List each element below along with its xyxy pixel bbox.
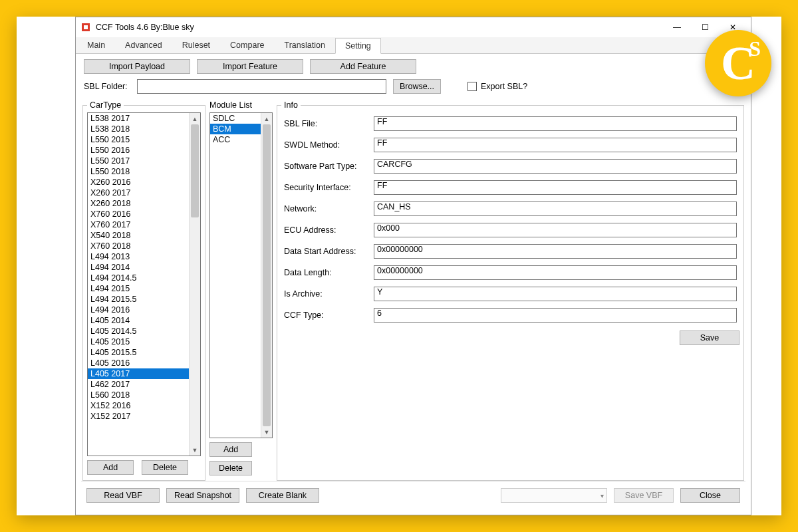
tab-translation[interactable]: Translation — [275, 37, 335, 53]
cartype-item[interactable]: L550 2017 — [88, 156, 189, 166]
info-label: Security Interface: — [284, 183, 374, 192]
export-sbl-checkbox[interactable]: Export SBL? — [467, 82, 527, 91]
cartype-item[interactable]: L405 2017 — [88, 368, 189, 379]
info-label: Is Archive: — [284, 289, 374, 299]
scroll-up-icon[interactable]: ▲ — [190, 113, 200, 124]
info-row: Security Interface:FF — [284, 180, 737, 195]
import-feature-button[interactable]: Import Feature — [197, 59, 303, 74]
cartype-add-button[interactable]: Add — [87, 460, 134, 475]
cartype-delete-button[interactable]: Delete — [142, 460, 188, 475]
info-save-button[interactable]: Save — [680, 331, 739, 345]
cartype-item[interactable]: X760 2018 — [88, 241, 189, 251]
cartype-item[interactable]: L405 2014 — [88, 315, 189, 326]
tabbar: Main Advanced Ruleset Compare Translatio… — [76, 37, 751, 54]
info-input[interactable]: FF — [374, 138, 737, 152]
info-input[interactable]: 6 — [374, 308, 737, 323]
cartype-item[interactable]: X152 2016 — [88, 400, 189, 411]
cartype-item[interactable]: L550 2018 — [88, 166, 189, 177]
tab-main[interactable]: Main — [77, 37, 115, 53]
cartype-scrollbar[interactable]: ▲ ▼ — [189, 113, 200, 456]
info-input[interactable]: Y — [374, 287, 737, 301]
minimize-button[interactable]: ― — [663, 19, 691, 36]
read-snapshot-button[interactable]: Read Snapshot — [166, 488, 239, 503]
scroll-thumb[interactable] — [191, 124, 199, 217]
module-delete-button[interactable]: Delete — [209, 461, 252, 475]
sbl-folder-label: SBL Folder: — [84, 82, 130, 91]
info-label: Data Start Address: — [284, 247, 374, 256]
cartype-item[interactable]: X540 2018 — [88, 230, 189, 241]
info-label: Data Length: — [284, 268, 374, 277]
tab-ruleset[interactable]: Ruleset — [172, 37, 220, 53]
module-item[interactable]: BCM — [210, 124, 261, 134]
chevron-down-icon: ▾ — [600, 492, 604, 499]
app-window: CCF Tools 4.6 By:Blue sky ― ☐ ✕ Main Adv… — [75, 17, 751, 515]
cartype-item[interactable]: X760 2016 — [88, 209, 189, 219]
cartype-item[interactable]: L494 2014 — [88, 262, 189, 273]
cartype-item[interactable]: L405 2014.5 — [88, 326, 189, 336]
cartype-item[interactable]: L560 2018 — [88, 390, 189, 400]
info-row: ECU Address:0x000 — [284, 223, 737, 237]
close-button[interactable]: Close — [680, 488, 740, 503]
cartype-item[interactable]: X260 2017 — [88, 188, 189, 198]
create-blank-button[interactable]: Create Blank — [246, 488, 319, 503]
tab-advanced[interactable]: Advanced — [115, 37, 172, 53]
info-row: Data Start Address:0x00000000 — [284, 244, 737, 259]
tab-compare[interactable]: Compare — [220, 37, 274, 53]
cartype-item[interactable]: L405 2015 — [88, 336, 189, 347]
module-scrollbar[interactable]: ▲ ▼ — [261, 113, 272, 438]
footer-combo[interactable]: ▾ — [501, 488, 607, 503]
info-row: Data Length:0x00000000 — [284, 265, 737, 280]
info-input[interactable]: 0x000 — [374, 223, 737, 237]
scroll-thumb[interactable] — [263, 124, 271, 426]
info-input[interactable]: CARCFG — [374, 159, 737, 174]
cartype-item[interactable]: L494 2013 — [88, 251, 189, 262]
sbl-folder-input[interactable] — [137, 79, 386, 94]
info-input[interactable]: FF — [374, 180, 737, 195]
cartype-list[interactable]: L538 2017L538 2018L550 2015L550 2016L550… — [87, 112, 201, 456]
titlebar: CCF Tools 4.6 By:Blue sky ― ☐ ✕ — [76, 17, 751, 37]
watermark-badge: CS — [705, 30, 771, 96]
add-feature-button[interactable]: Add Feature — [310, 59, 416, 74]
info-label: SWDL Method: — [284, 140, 374, 150]
cartype-item[interactable]: X152 2017 — [88, 411, 189, 422]
info-input[interactable]: CAN_HS — [374, 201, 737, 216]
info-row: Software Part Type:CARCFG — [284, 159, 737, 174]
info-row: SWDL Method:FF — [284, 138, 737, 152]
info-row: Is Archive:Y — [284, 287, 737, 301]
app-icon — [80, 21, 92, 33]
cartype-item[interactable]: L550 2015 — [88, 134, 189, 145]
cartype-item[interactable]: L494 2016 — [88, 305, 189, 315]
cartype-item[interactable]: X260 2016 — [88, 177, 189, 188]
scroll-up-icon[interactable]: ▲ — [261, 113, 272, 124]
cartype-item[interactable]: L494 2015 — [88, 283, 189, 294]
module-item[interactable]: SDLC — [210, 113, 261, 124]
cartype-item[interactable]: L494 2014.5 — [88, 273, 189, 283]
cartype-item[interactable]: L405 2015.5 — [88, 347, 189, 358]
scroll-down-icon[interactable]: ▼ — [190, 444, 200, 456]
module-list-fieldset: Module List SDLCBCMACC ▲ ▼ — [209, 100, 273, 481]
cartype-item[interactable]: L405 2016 — [88, 358, 189, 368]
browse-button[interactable]: Browse... — [393, 79, 441, 94]
cartype-item[interactable]: L550 2016 — [88, 145, 189, 156]
info-input[interactable]: FF — [374, 116, 737, 131]
save-vbf-button[interactable]: Save VBF — [614, 488, 674, 503]
info-label: ECU Address: — [284, 225, 374, 235]
module-item[interactable]: ACC — [210, 134, 261, 145]
module-list[interactable]: SDLCBCMACC ▲ ▼ — [209, 112, 273, 438]
cartype-item[interactable]: L494 2015.5 — [88, 294, 189, 305]
info-label: Software Part Type: — [284, 162, 374, 171]
scroll-down-icon[interactable]: ▼ — [261, 426, 272, 438]
info-input[interactable]: 0x00000000 — [374, 265, 737, 280]
cartype-item[interactable]: L462 2017 — [88, 379, 189, 390]
read-vbf-button[interactable]: Read VBF — [86, 488, 160, 503]
cartype-item[interactable]: L538 2018 — [88, 124, 189, 134]
cartype-item[interactable]: X760 2017 — [88, 219, 189, 230]
import-payload-button[interactable]: Import Payload — [84, 59, 190, 74]
cartype-item[interactable]: L538 2017 — [88, 113, 189, 124]
info-input[interactable]: 0x00000000 — [374, 244, 737, 259]
cartype-item[interactable]: X260 2018 — [88, 198, 189, 209]
maximize-button[interactable]: ☐ — [691, 19, 719, 36]
tab-setting[interactable]: Setting — [335, 38, 381, 54]
module-add-button[interactable]: Add — [209, 442, 252, 457]
info-fieldset: Info SBL File:FFSWDL Method:FFSoftware P… — [277, 100, 744, 481]
